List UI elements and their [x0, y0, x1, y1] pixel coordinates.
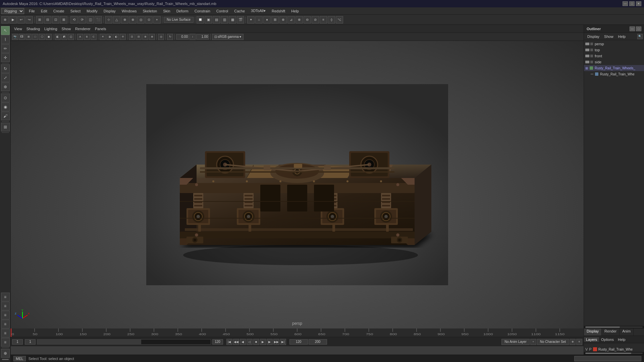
- render-btn-4[interactable]: ▥: [221, 16, 228, 23]
- mel-label[interactable]: MEL: [13, 356, 26, 361]
- soft-mod-btn[interactable]: ⊙: [1, 94, 10, 102]
- tb2-ac-icon[interactable]: C: [91, 34, 97, 40]
- outliner-help-menu[interactable]: Help: [616, 34, 628, 39]
- snap-btn-4[interactable]: ⊗: [129, 16, 137, 23]
- lasso-tool-btn[interactable]: ⌇: [1, 35, 10, 44]
- tab-render[interactable]: Render: [602, 328, 620, 336]
- tool-btn-4[interactable]: ↪: [25, 16, 33, 23]
- extra-btn-1[interactable]: ✦: [247, 16, 255, 23]
- snap-btn-6[interactable]: ⊙: [145, 16, 153, 23]
- paint-btn[interactable]: 🖌: [1, 112, 10, 120]
- tb2-light-icon[interactable]: ☀: [100, 34, 106, 40]
- tb2-shade1-icon[interactable]: ◧: [55, 34, 61, 40]
- snap-btn-1[interactable]: ⊹: [105, 16, 112, 23]
- sculpt-btn[interactable]: ◉: [1, 103, 10, 111]
- render-btn-6[interactable]: 🎬: [237, 16, 244, 23]
- extra-btn-6[interactable]: ⊿: [287, 16, 295, 23]
- prev-key-btn[interactable]: ◀◀: [233, 339, 239, 345]
- anim-end-field[interactable]: 120: [289, 339, 308, 345]
- outliner-hscrollbar[interactable]: [585, 326, 620, 328]
- rigging-dropdown[interactable]: Rigging: [1, 8, 24, 14]
- snap-btn-5[interactable]: ◎: [137, 16, 145, 23]
- tab-anim[interactable]: Anim: [620, 328, 634, 336]
- sub-tab-help[interactable]: Help: [616, 337, 628, 342]
- tb2-res4-icon[interactable]: ⊗: [149, 34, 155, 40]
- outliner-item-top[interactable]: top: [584, 47, 644, 53]
- tool-btn-10[interactable]: ⟳: [78, 16, 86, 23]
- no-character-set-btn[interactable]: No Character Set: [537, 339, 569, 345]
- play-fwd-btn[interactable]: ▶: [260, 339, 266, 345]
- tb2-aa-icon[interactable]: A: [77, 34, 83, 40]
- tb2-iso-icon[interactable]: ◎: [158, 34, 164, 40]
- extra-btn-7[interactable]: ⊗: [296, 16, 303, 23]
- menu-3dtoall[interactable]: 3DToAll▾: [248, 8, 268, 14]
- tool-btn-11[interactable]: ◫: [87, 16, 94, 23]
- current-frame-field[interactable]: 1: [12, 339, 23, 345]
- tb2-cube-icon[interactable]: □: [32, 34, 38, 40]
- next-key-btn[interactable]: ▶▶: [273, 339, 279, 345]
- tb2-res2-icon[interactable]: ⊟: [136, 34, 142, 40]
- tb2-refresh-icon[interactable]: ↻: [167, 34, 173, 40]
- tb2-shadow-icon[interactable]: ◑: [106, 34, 112, 40]
- stack-btn-2[interactable]: ≡: [1, 302, 10, 310]
- tb2-fog-icon[interactable]: ↕: [190, 34, 196, 40]
- timeline-playhead[interactable]: [11, 328, 11, 337]
- stack-btn-6[interactable]: ≡: [1, 338, 10, 347]
- vp-menu-show[interactable]: Show: [60, 26, 73, 32]
- snap-btn-7[interactable]: ⌖: [153, 16, 161, 23]
- prev-frame-btn[interactable]: ◀: [240, 339, 246, 345]
- go-end-btn[interactable]: ▶|: [280, 339, 286, 345]
- tab-display[interactable]: Display: [584, 328, 602, 336]
- menu-help[interactable]: Help: [288, 8, 302, 14]
- show-manip-btn[interactable]: ⊞: [1, 123, 10, 131]
- outliner-display-menu[interactable]: Display: [585, 34, 601, 39]
- menu-skin[interactable]: Skin: [160, 8, 173, 14]
- sub-tab-layers[interactable]: Layers: [584, 337, 599, 342]
- tb2-wire-icon[interactable]: ⬡: [39, 34, 45, 40]
- tb2-film-icon[interactable]: 🎞: [19, 34, 25, 40]
- menu-select[interactable]: Select: [68, 8, 84, 14]
- tb2-res1-icon[interactable]: ⊡: [129, 34, 135, 40]
- outliner-search-icon[interactable]: 🔍: [637, 34, 643, 39]
- go-start-btn[interactable]: |◀: [226, 339, 232, 345]
- stack-btn-4[interactable]: ≡: [1, 320, 10, 328]
- no-anim-layer-btn[interactable]: No Anim Layer: [501, 339, 530, 345]
- fog-end-field[interactable]: 1.00: [196, 34, 209, 40]
- menu-skeleton[interactable]: Skeleton: [140, 8, 160, 14]
- tool-btn-9[interactable]: ⟲: [70, 16, 78, 23]
- render-btn-1[interactable]: 🔲: [197, 16, 204, 23]
- fog-start-field[interactable]: 0.00: [176, 34, 189, 40]
- snap-btn-3[interactable]: ⊕: [121, 16, 128, 23]
- stop-btn[interactable]: ■: [253, 339, 259, 345]
- extra-btn-11[interactable]: ⟠: [328, 16, 335, 23]
- vp-menu-view[interactable]: View: [12, 26, 24, 32]
- render-btn-2[interactable]: ▣: [205, 16, 212, 23]
- render-btn-3[interactable]: ▤: [213, 16, 220, 23]
- menu-create[interactable]: Create: [51, 8, 67, 14]
- tool-btn-8[interactable]: ⊠: [60, 16, 67, 23]
- outliner-item-persp[interactable]: persp: [584, 41, 644, 47]
- color-profile-btn[interactable]: ⊡ sRGB gamma ▾: [212, 34, 244, 40]
- bottom-tool-btn[interactable]: ⊕: [1, 349, 10, 358]
- tool-btn-1[interactable]: ⊕: [1, 16, 9, 23]
- outliner-item-mesh-group[interactable]: ⊞ Rusty_Rail_Train_Wheels_: [584, 65, 644, 71]
- anim-range-bar[interactable]: [37, 339, 211, 345]
- extra-btn-8[interactable]: ⊖: [304, 16, 311, 23]
- outliner-item-front[interactable]: front: [584, 53, 644, 59]
- render-btn-5[interactable]: ▦: [229, 16, 236, 23]
- tb2-grid-icon[interactable]: ⊞: [25, 34, 32, 40]
- char-set-icon2[interactable]: ≡: [576, 339, 582, 345]
- menu-constrain[interactable]: Constrain: [192, 8, 213, 14]
- extra-btn-9[interactable]: ⊘: [312, 16, 319, 23]
- outliner-bottom-scrollbar[interactable]: [585, 353, 643, 354]
- menu-cache[interactable]: Cache: [231, 8, 248, 14]
- outliner-item-mesh-child[interactable]: Rusty_Rail_Train_Whe: [588, 71, 644, 77]
- outliner-minimize-btn[interactable]: —: [630, 26, 635, 31]
- play-back-btn[interactable]: ◁: [247, 339, 253, 345]
- extra-btn-12[interactable]: ⌥: [336, 16, 343, 23]
- stack-btn-3[interactable]: ≡: [1, 311, 10, 319]
- tb2-res3-icon[interactable]: ⊕: [142, 34, 148, 40]
- end-frame-field[interactable]: 120: [212, 339, 223, 345]
- sub-tab-options[interactable]: Options: [599, 337, 616, 342]
- next-frame-btn[interactable]: ▶: [267, 339, 273, 345]
